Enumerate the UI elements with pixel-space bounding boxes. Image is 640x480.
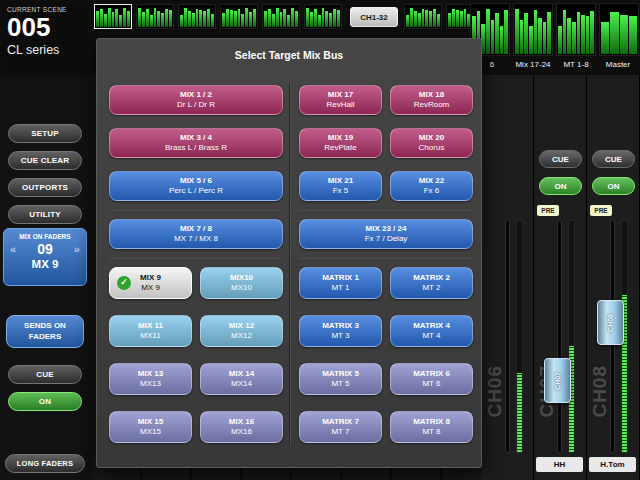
bus-mix-22[interactable]: MIX 22 Fx 6 [390, 171, 473, 201]
bus-mix-23-24[interactable]: MIX 23 / 24 Fx 7 / Delay [299, 219, 473, 249]
next-mix-arrow-icon[interactable]: » [74, 243, 80, 255]
bus-label-bottom: Dr L / Dr R [177, 100, 215, 110]
bus-mix-1-2[interactable]: MIX 1 / 2 Dr L / Dr R [109, 85, 283, 115]
outports-button[interactable]: OUTPORTS [8, 178, 82, 197]
bus-mix-17[interactable]: MIX 17 RevHall [299, 85, 382, 115]
bus-matrix-3[interactable]: MATRIX 3 MT 3 [299, 315, 382, 347]
meter-block-6[interactable] [304, 4, 342, 29]
bus-matrix-2[interactable]: MATRIX 2 MT 2 [390, 267, 473, 299]
cue-clear-button[interactable]: CUE CLEAR [8, 151, 82, 170]
meter-block-2[interactable] [136, 4, 174, 29]
bus-label-top: MATRIX 8 [413, 417, 450, 427]
bus-mix-11[interactable]: MIX 11 MX11 [109, 315, 192, 347]
fader-cap-label: CH08 [607, 314, 614, 332]
bus-label-top: MATRIX 6 [413, 369, 450, 379]
bank-label-mt-1-8[interactable]: MT 1-8 [556, 60, 596, 69]
meter-group-mt-1-8[interactable] [556, 3, 596, 56]
bus-label-top: MIX 9 [140, 273, 161, 283]
bus-label-bottom: MX15 [140, 427, 161, 437]
bus-matrix-1[interactable]: MATRIX 1 MT 1 [299, 267, 382, 299]
bus-mix-10[interactable]: MIX10 MX10 [200, 267, 283, 299]
meter-block-7[interactable] [404, 4, 442, 29]
bus-label-top: MIX 3 / 4 [180, 133, 212, 143]
bus-label-bottom: MX12 [231, 331, 252, 341]
bus-label-top: MATRIX 7 [322, 417, 359, 427]
bus-matrix-5[interactable]: MATRIX 5 MT 5 [299, 363, 382, 395]
channel-name[interactable]: HH [536, 457, 583, 472]
bus-label-bottom: MT 3 [331, 331, 349, 341]
bus-label-bottom: Fx 6 [424, 186, 440, 196]
mix-on-faders-panel[interactable]: MIX ON FADERS « 09 » MX 9 [3, 228, 87, 286]
meter-block-4[interactable] [220, 4, 258, 29]
on-master-button[interactable]: ON [8, 392, 82, 411]
setup-button[interactable]: SETUP [8, 124, 82, 143]
bus-mix-21[interactable]: MIX 21 Fx 5 [299, 171, 382, 201]
prev-mix-arrow-icon[interactable]: « [10, 243, 16, 255]
scene-number: 005 [7, 13, 83, 42]
cue-button[interactable]: CUE [539, 150, 582, 168]
bus-label-top: MATRIX 5 [322, 369, 359, 379]
bus-label-bottom: Brass L / Brass R [165, 143, 227, 153]
bank-label-mix-17-24[interactable]: Mix 17-24 [509, 60, 557, 69]
bus-mix-20[interactable]: MIX 20 Chorus [390, 128, 473, 158]
fader-track[interactable] [505, 220, 510, 453]
mix-number: 09 [37, 241, 53, 257]
bus-label-bottom: MT 1 [331, 283, 349, 293]
bus-label-top: MIX 17 [328, 90, 353, 100]
pre-indicator: PRE [537, 205, 559, 216]
meter-block-3[interactable] [178, 4, 216, 29]
cue-master-button[interactable]: CUE [8, 365, 82, 384]
bus-label-bottom: Chorus [419, 143, 445, 153]
bus-label-top: MIX 22 [419, 176, 444, 186]
bus-mix-16[interactable]: MIX 16 MX16 [200, 411, 283, 443]
bank-button-ch1-32[interactable]: CH1-32 [350, 7, 398, 27]
bus-label-top: MATRIX 4 [413, 321, 450, 331]
bus-mix-18[interactable]: MIX 18 RevRoom [390, 85, 473, 115]
bus-mix-5-6[interactable]: MIX 5 / 6 Perc L / Perc R [109, 171, 283, 201]
bus-matrix-4[interactable]: MATRIX 4 MT 4 [390, 315, 473, 347]
bus-label-top: MATRIX 1 [322, 273, 359, 283]
bus-matrix-7[interactable]: MATRIX 7 MT 7 [299, 411, 382, 443]
bus-label-bottom: MT 7 [331, 427, 349, 437]
bus-label-top: MIX 14 [229, 369, 254, 379]
bus-mix-15[interactable]: MIX 15 MX15 [109, 411, 192, 443]
channel-strip-ch06: CH06 [482, 75, 534, 480]
cue-button[interactable]: CUE [592, 150, 635, 168]
bus-mix-12[interactable]: MIX 12 MX12 [200, 315, 283, 347]
pre-indicator: PRE [590, 205, 612, 216]
bus-matrix-6[interactable]: MATRIX 6 MT 6 [390, 363, 473, 395]
bus-label-bottom: MX10 [231, 283, 252, 293]
bank-label-master[interactable]: Master [597, 60, 639, 69]
bank-label-1[interactable]: 6 [486, 60, 498, 69]
on-button[interactable]: ON [592, 177, 635, 195]
sends-on-faders-button[interactable]: SENDS ON FADERS [6, 315, 84, 348]
bus-matrix-8[interactable]: MATRIX 8 MT 8 [390, 411, 473, 443]
bus-label-bottom: Fx 5 [333, 186, 349, 196]
section-divider [299, 258, 473, 259]
bus-mix-3-4[interactable]: MIX 3 / 4 Brass L / Brass R [109, 128, 283, 158]
bus-label-top: MATRIX 3 [322, 321, 359, 331]
bus-mix-9-selected[interactable]: ✓ MIX 9 MX 9 [109, 267, 192, 299]
bus-mix-14[interactable]: MIX 14 MX14 [200, 363, 283, 395]
scene-panel[interactable]: CURRENT SCENE 005 CL series [2, 2, 88, 73]
bus-label-top: MIX 23 / 24 [366, 224, 407, 234]
meter-group-mix-17-24[interactable] [513, 3, 553, 56]
fader-cap[interactable]: CH07 [544, 358, 571, 403]
long-faders-button[interactable]: LONG FADERS [5, 454, 85, 473]
bus-label-top: MIX 11 [138, 321, 163, 331]
bus-mix-13[interactable]: MIX 13 MX13 [109, 363, 192, 395]
bus-mix-7-8[interactable]: MIX 7 / 8 MX 7 / MX 8 [109, 219, 283, 249]
channel-name[interactable]: H.Tom [589, 457, 636, 472]
bus-mix-19[interactable]: MIX 19 RevPlate [299, 128, 382, 158]
bus-label-top: MIX 18 [419, 90, 444, 100]
channel-meter [568, 220, 575, 453]
channel-strip-ch07: CUE ON PRE CH07 CH07 HH [534, 75, 587, 480]
fader-cap[interactable]: CH08 [597, 300, 624, 345]
on-button[interactable]: ON [539, 177, 582, 195]
utility-button[interactable]: UTILITY [8, 205, 82, 224]
meter-block-5[interactable] [262, 4, 300, 29]
meter-group-master[interactable] [599, 3, 639, 56]
fader-track[interactable] [557, 220, 562, 453]
bus-label-bottom: MT 8 [422, 427, 440, 437]
meter-block-1-selected[interactable] [94, 4, 132, 29]
